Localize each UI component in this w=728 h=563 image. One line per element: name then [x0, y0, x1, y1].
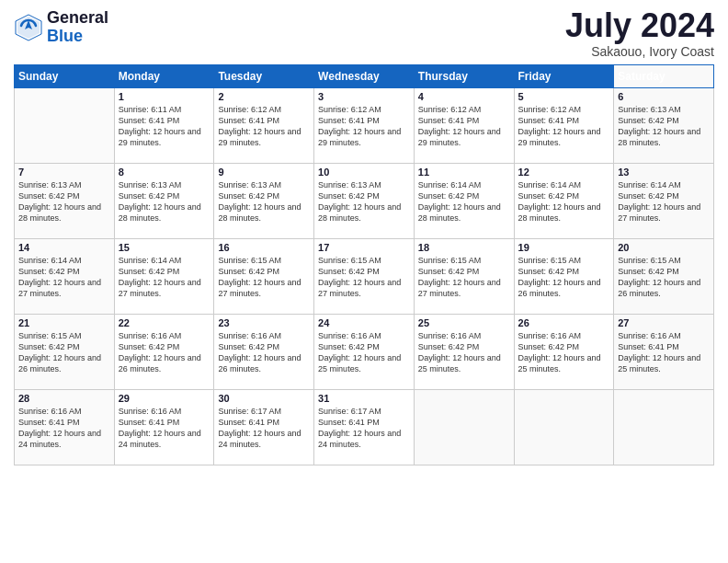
day-number: 14	[18, 242, 110, 253]
location: Sakaouo, Ivory Coast	[565, 44, 714, 59]
calendar-cell: 18Sunrise: 6:15 AMSunset: 6:42 PMDayligh…	[414, 239, 514, 315]
day-number: 20	[618, 242, 710, 253]
daylight-text: Daylight: 12 hours and 27 minutes.	[18, 278, 101, 298]
sunset-text: Sunset: 6:41 PM	[418, 116, 480, 125]
daylight-text: Daylight: 12 hours and 27 minutes.	[418, 278, 501, 298]
daylight-text: Daylight: 12 hours and 28 minutes.	[18, 202, 101, 223]
sunrise-text: Sunrise: 6:14 AM	[418, 180, 482, 190]
cell-info: Sunrise: 6:13 AMSunset: 6:42 PMDaylight:…	[618, 104, 710, 149]
day-number: 25	[418, 317, 510, 328]
sunset-text: Sunset: 6:42 PM	[218, 342, 279, 351]
calendar-cell: 2Sunrise: 6:12 AMSunset: 6:41 PMDaylight…	[214, 88, 314, 164]
daylight-text: Daylight: 12 hours and 29 minutes.	[318, 127, 401, 147]
cell-info: Sunrise: 6:17 AMSunset: 6:41 PMDaylight:…	[218, 406, 310, 451]
cell-info: Sunrise: 6:16 AMSunset: 6:42 PMDaylight:…	[218, 330, 310, 375]
sunset-text: Sunset: 6:41 PM	[218, 418, 279, 427]
sunrise-text: Sunrise: 6:16 AM	[18, 407, 82, 416]
day-number: 3	[318, 91, 410, 102]
sunrise-text: Sunrise: 6:13 AM	[218, 180, 281, 190]
cell-info: Sunrise: 6:16 AMSunset: 6:42 PMDaylight:…	[318, 330, 410, 375]
daylight-text: Daylight: 12 hours and 26 minutes.	[618, 278, 700, 298]
calendar-cell: 17Sunrise: 6:15 AMSunset: 6:42 PMDayligh…	[314, 239, 415, 315]
sunrise-text: Sunrise: 6:16 AM	[418, 331, 482, 340]
daylight-text: Daylight: 12 hours and 26 minutes.	[218, 353, 301, 373]
th-wednesday: Wednesday	[314, 65, 415, 88]
cell-info: Sunrise: 6:16 AMSunset: 6:42 PMDaylight:…	[418, 330, 510, 375]
cell-info: Sunrise: 6:13 AMSunset: 6:42 PMDaylight:…	[119, 179, 210, 224]
calendar-cell: 7Sunrise: 6:13 AMSunset: 6:42 PMDaylight…	[15, 164, 115, 239]
calendar-cell: 30Sunrise: 6:17 AMSunset: 6:41 PMDayligh…	[214, 390, 314, 465]
cell-info: Sunrise: 6:17 AMSunset: 6:41 PMDaylight:…	[318, 406, 410, 451]
sunset-text: Sunset: 6:41 PM	[518, 116, 580, 125]
calendar-cell: 5Sunrise: 6:12 AMSunset: 6:41 PMDaylight…	[514, 88, 614, 164]
calendar-cell: 1Sunrise: 6:11 AMSunset: 6:41 PMDaylight…	[114, 88, 214, 164]
calendar-cell: 13Sunrise: 6:14 AMSunset: 6:42 PMDayligh…	[614, 164, 714, 239]
sunrise-text: Sunrise: 6:16 AM	[318, 331, 381, 340]
cell-info: Sunrise: 6:12 AMSunset: 6:41 PMDaylight:…	[518, 104, 610, 149]
cell-info: Sunrise: 6:11 AMSunset: 6:41 PMDaylight:…	[119, 104, 210, 149]
daylight-text: Daylight: 12 hours and 29 minutes.	[218, 127, 301, 147]
sunset-text: Sunset: 6:42 PM	[218, 267, 279, 276]
daylight-text: Daylight: 12 hours and 24 minutes.	[218, 429, 301, 449]
calendar-week-2: 7Sunrise: 6:13 AMSunset: 6:42 PMDaylight…	[15, 164, 714, 239]
logo-blue: Blue	[47, 28, 108, 46]
sunrise-text: Sunrise: 6:17 AM	[318, 407, 381, 416]
sunset-text: Sunset: 6:42 PM	[518, 191, 580, 201]
sunrise-text: Sunrise: 6:16 AM	[518, 331, 582, 340]
day-number: 7	[18, 167, 110, 178]
sunrise-text: Sunrise: 6:12 AM	[318, 105, 381, 114]
sunset-text: Sunset: 6:41 PM	[119, 116, 180, 125]
sunrise-text: Sunrise: 6:11 AM	[119, 105, 182, 114]
sunrise-text: Sunrise: 6:16 AM	[218, 331, 281, 340]
sunset-text: Sunset: 6:42 PM	[518, 267, 580, 276]
sunrise-text: Sunrise: 6:12 AM	[218, 105, 281, 114]
sunrise-text: Sunrise: 6:13 AM	[618, 105, 681, 114]
daylight-text: Daylight: 12 hours and 25 minutes.	[618, 353, 700, 373]
sunset-text: Sunset: 6:41 PM	[18, 418, 80, 427]
daylight-text: Daylight: 12 hours and 27 minutes.	[119, 278, 201, 298]
sunrise-text: Sunrise: 6:15 AM	[218, 256, 281, 265]
daylight-text: Daylight: 12 hours and 25 minutes.	[518, 353, 601, 373]
daylight-text: Daylight: 12 hours and 25 minutes.	[318, 353, 401, 373]
day-number: 11	[418, 167, 510, 178]
day-number: 29	[119, 393, 210, 404]
sunset-text: Sunset: 6:42 PM	[119, 342, 180, 351]
header-row: Sunday Monday Tuesday Wednesday Thursday…	[15, 65, 714, 88]
sunset-text: Sunset: 6:42 PM	[119, 267, 180, 276]
day-number: 18	[418, 242, 510, 253]
header: General Blue July 2024 Sakaouo, Ivory Co…	[14, 9, 714, 59]
sunset-text: Sunset: 6:42 PM	[618, 116, 679, 125]
sunrise-text: Sunrise: 6:12 AM	[418, 105, 482, 114]
cell-info: Sunrise: 6:15 AMSunset: 6:42 PMDaylight:…	[218, 255, 310, 300]
calendar-cell: 6Sunrise: 6:13 AMSunset: 6:42 PMDaylight…	[614, 88, 714, 164]
sunrise-text: Sunrise: 6:16 AM	[618, 331, 681, 340]
daylight-text: Daylight: 12 hours and 27 minutes.	[318, 278, 401, 298]
calendar-cell: 4Sunrise: 6:12 AMSunset: 6:41 PMDaylight…	[414, 88, 514, 164]
sunset-text: Sunset: 6:41 PM	[119, 418, 180, 427]
cell-info: Sunrise: 6:14 AMSunset: 6:42 PMDaylight:…	[418, 179, 510, 224]
title-block: July 2024 Sakaouo, Ivory Coast	[565, 9, 714, 59]
day-number: 5	[518, 91, 610, 102]
day-number: 19	[518, 242, 610, 253]
th-sunday: Sunday	[15, 65, 115, 88]
sunrise-text: Sunrise: 6:12 AM	[518, 105, 582, 114]
daylight-text: Daylight: 12 hours and 29 minutes.	[418, 127, 501, 147]
th-thursday: Thursday	[414, 65, 514, 88]
day-number: 21	[18, 317, 110, 328]
cell-info: Sunrise: 6:12 AMSunset: 6:41 PMDaylight:…	[418, 104, 510, 149]
daylight-text: Daylight: 12 hours and 28 minutes.	[218, 202, 301, 223]
calendar-table: Sunday Monday Tuesday Wednesday Thursday…	[14, 64, 714, 465]
daylight-text: Daylight: 12 hours and 24 minutes.	[318, 429, 401, 449]
day-number: 22	[119, 317, 210, 328]
sunset-text: Sunset: 6:41 PM	[618, 342, 679, 351]
sunrise-text: Sunrise: 6:15 AM	[18, 331, 82, 340]
calendar-cell: 22Sunrise: 6:16 AMSunset: 6:42 PMDayligh…	[114, 315, 214, 390]
calendar-cell: 20Sunrise: 6:15 AMSunset: 6:42 PMDayligh…	[614, 239, 714, 315]
calendar-page: General Blue July 2024 Sakaouo, Ivory Co…	[0, 0, 728, 563]
day-number: 10	[318, 167, 410, 178]
calendar-cell: 19Sunrise: 6:15 AMSunset: 6:42 PMDayligh…	[514, 239, 614, 315]
calendar-cell	[614, 390, 714, 465]
sunrise-text: Sunrise: 6:14 AM	[119, 256, 182, 265]
calendar-cell: 21Sunrise: 6:15 AMSunset: 6:42 PMDayligh…	[15, 315, 115, 390]
cell-info: Sunrise: 6:14 AMSunset: 6:42 PMDaylight:…	[18, 255, 110, 300]
